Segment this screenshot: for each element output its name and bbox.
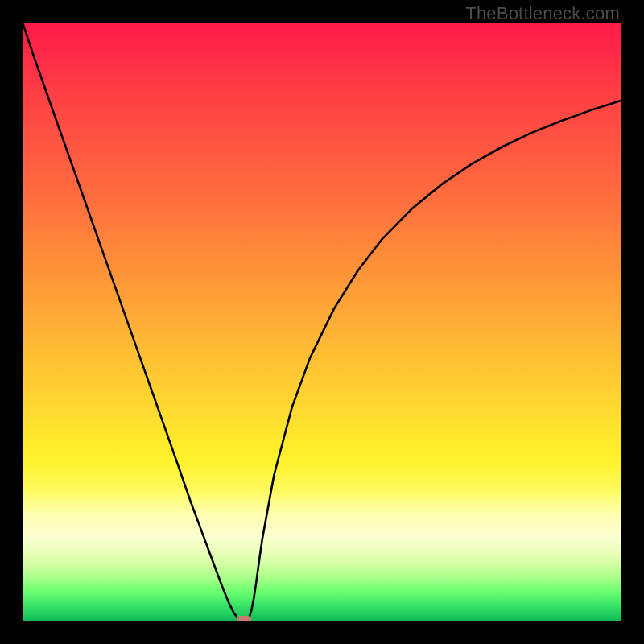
chart-frame: TheBottleneck.com (0, 0, 644, 644)
attribution-label: TheBottleneck.com (465, 3, 620, 24)
optimum-marker (237, 616, 251, 621)
plot-area (23, 23, 621, 621)
bottleneck-curve (23, 23, 621, 621)
curve-path (23, 23, 621, 621)
